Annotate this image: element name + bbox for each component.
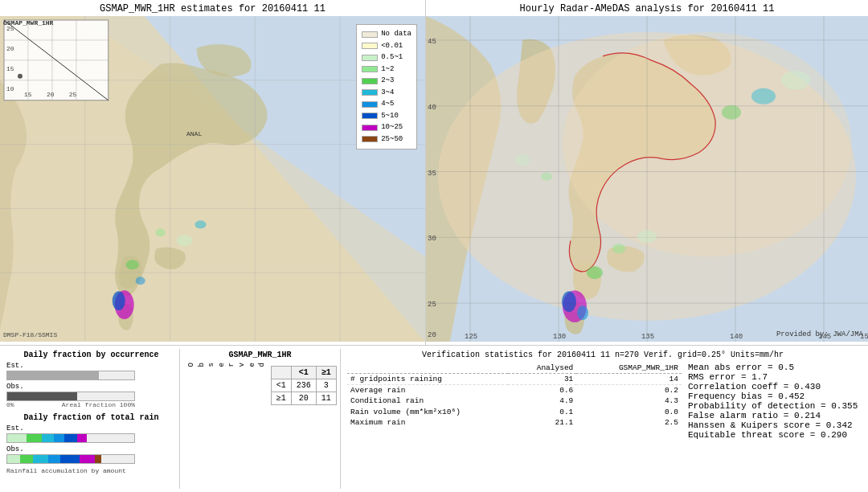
est-label-2: Est. xyxy=(6,424,176,433)
legend-color-nodata xyxy=(362,31,378,38)
cell-11: 236 xyxy=(291,379,316,392)
est-bar-wrapper-2 xyxy=(6,433,135,443)
anal-label: ANAL xyxy=(186,130,202,137)
bottom-right-panel: Verification statistics for 20160411 11 … xyxy=(341,349,865,489)
bottom-left-panel: Daily fraction by occurrence Est. Obs. 0… xyxy=(3,349,180,489)
obs-bar-multicolor xyxy=(7,455,134,463)
svg-point-33 xyxy=(136,277,145,285)
contingency-table: <1 ≥1 <1 236 3 ≥1 xyxy=(271,366,337,405)
stat-0: Mean abs error = 0.5 xyxy=(688,363,858,372)
legend-label-nodata: No data xyxy=(381,29,411,40)
est-bar-seg-2 xyxy=(27,434,42,442)
obs-occurrence-bar: Obs. 0% Areal fraction 100% xyxy=(6,383,176,408)
legend-item-5-10: 5~10 xyxy=(362,111,411,122)
table-header-empty xyxy=(271,367,291,379)
stat-1: RMS error = 1.7 xyxy=(688,372,858,382)
left-map-panel: GSMAP_MWR_1HR estimates for 20160411 11 xyxy=(0,0,426,345)
verif-val2-2: 4.3 xyxy=(576,396,682,406)
table-row-ge1: ≥1 20 11 xyxy=(271,392,336,405)
legend-item-2-3: 2~3 xyxy=(362,76,411,87)
svg-text:20: 20 xyxy=(47,91,55,98)
fraction-occurrence-title: Daily fraction by occurrence xyxy=(6,351,176,359)
legend-box: No data <0.01 0.5~1 1~2 xyxy=(356,24,417,150)
legend-label-4-5: 4~5 xyxy=(381,99,394,110)
est-label-1: Est. xyxy=(6,362,176,370)
right-map-title: Hourly Radar-AMeDAS analysis for 2016041… xyxy=(426,0,868,16)
verif-val2-4: 2.5 xyxy=(576,417,682,428)
legend-item-001: <0.01 xyxy=(362,41,411,52)
svg-point-28 xyxy=(113,291,125,310)
right-map-area: 45 40 35 30 25 20 125 130 135 140 145 15 xyxy=(426,16,868,342)
gsmap-table-title: GSMAP_MWR_1HR xyxy=(186,351,334,359)
verif-val1-3: 0.1 xyxy=(508,406,576,417)
stat-4: Probability of detection = 0.355 xyxy=(688,401,858,411)
svg-point-30 xyxy=(156,228,166,236)
svg-point-69 xyxy=(781,71,810,90)
svg-text:35: 35 xyxy=(428,170,436,178)
legend-color-2-3 xyxy=(362,78,378,84)
svg-point-62 xyxy=(587,266,603,279)
est-bar-wrapper-1 xyxy=(6,371,135,380)
svg-text:45: 45 xyxy=(428,38,436,46)
contingency-layout: Observed <1 ≥1 <1 xyxy=(186,363,334,405)
legend-color-5-10 xyxy=(362,113,378,119)
table-row-lt1: <1 236 3 xyxy=(271,379,336,392)
right-map-svg: 45 40 35 30 25 20 125 130 135 140 145 15 xyxy=(426,16,868,342)
obs-bar-seg-4 xyxy=(48,455,61,463)
legend-item-3-4: 3~4 xyxy=(362,88,411,99)
svg-text:130: 130 xyxy=(553,333,566,341)
main-container: GSMAP_MWR_1HR estimates for 20160411 11 xyxy=(0,0,868,492)
legend-label-001: <0.01 xyxy=(381,41,403,52)
fraction-rain-title: Daily fraction of total rain xyxy=(6,413,176,422)
right-stats-panel: Mean abs error = 0.5 RMS error = 1.7 Cor… xyxy=(682,363,858,440)
observed-vertical-label: Observed xyxy=(186,363,268,367)
legend-label-1-2: 1~2 xyxy=(381,64,394,76)
obs-bar-seg-6 xyxy=(80,455,95,463)
stat-6: Hanssen & Kuipers score = 0.342 xyxy=(688,420,858,430)
rainfall-label: Rainfall accumulation by amount xyxy=(6,467,176,474)
verif-table: Analysed GSMAP_MWR_1HR # gridpoints rain… xyxy=(347,363,682,428)
verif-val2-3: 0.0 xyxy=(576,406,682,417)
stat-5: False alarm ratio = 0.214 xyxy=(688,411,858,420)
obs-bar-wrapper-2 xyxy=(6,454,135,464)
verif-label-2: Conditional rain xyxy=(347,396,508,406)
est-bar-multicolor xyxy=(7,434,134,442)
svg-text:25: 25 xyxy=(69,91,77,98)
svg-text:15: 15 xyxy=(24,91,32,98)
verif-val1-4: 21.1 xyxy=(508,417,576,428)
verif-val1-0: 31 xyxy=(508,374,576,385)
legend-label-3-4: 3~4 xyxy=(381,88,394,99)
verif-row-3: Rain volume (mm*km²x10⁶) 0.1 0.0 xyxy=(347,406,682,417)
svg-text:25: 25 xyxy=(428,301,436,309)
verif-label-0: # gridpoints raining xyxy=(347,374,508,385)
verif-row-1: Average rain 0.6 0.2 xyxy=(347,385,682,396)
obs-bar-wrapper-1 xyxy=(6,392,135,401)
svg-point-66 xyxy=(541,173,552,181)
verif-val1-2: 4.9 xyxy=(508,396,576,406)
top-row: GSMAP_MWR_1HR estimates for 20160411 11 xyxy=(0,0,868,346)
verif-header-row: Analysed GSMAP_MWR_1HR xyxy=(347,363,682,374)
verif-label-3: Rain volume (mm*km²x10⁶) xyxy=(347,406,508,417)
svg-text:40: 40 xyxy=(428,104,436,112)
left-gsmap-label: GSMAP_MWR_1HR xyxy=(3,19,53,27)
legend-label-5-10: 5~10 xyxy=(381,111,399,122)
svg-text:15: 15 xyxy=(6,65,14,72)
legend-item-nodata: No data xyxy=(362,29,411,40)
obs-bar-seg-2 xyxy=(20,455,33,463)
right-map-panel: Hourly Radar-AMeDAS analysis for 2016041… xyxy=(426,0,868,345)
est-bar-fill-1 xyxy=(7,371,99,379)
bottom-middle-panel: GSMAP_MWR_1HR Observed <1 ≥1 xyxy=(180,349,341,489)
est-bar-seg-4 xyxy=(54,434,64,442)
est-rain-bar: Est. xyxy=(6,424,176,443)
svg-text:140: 140 xyxy=(730,333,743,341)
verif-label-4: Maximum rain xyxy=(347,417,508,428)
est-bar-seg-1 xyxy=(7,434,27,442)
svg-text:20: 20 xyxy=(428,331,436,339)
legend-color-001 xyxy=(362,43,378,49)
bottom-row: Daily fraction by occurrence Est. Obs. 0… xyxy=(0,346,868,492)
stat-2: Correlation coeff = 0.430 xyxy=(688,382,858,392)
svg-point-67 xyxy=(722,105,741,120)
svg-point-64 xyxy=(637,230,657,243)
legend-label-2-3: 2~3 xyxy=(381,76,394,87)
obs-bar-seg-5 xyxy=(60,455,80,463)
